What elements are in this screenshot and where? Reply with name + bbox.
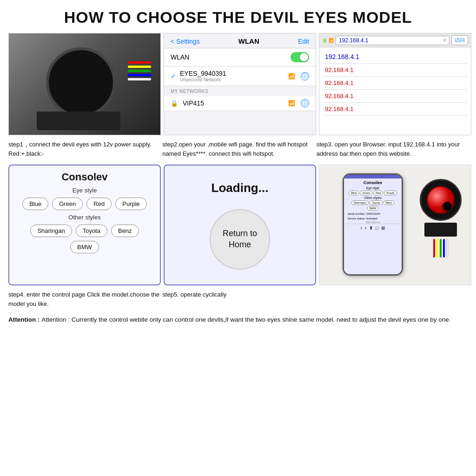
phone-nav-bar: ‹ › ⬆ □ ⊞ xyxy=(346,224,400,232)
devil-eye-pupil xyxy=(443,202,452,211)
phone-eye-style: Eye style xyxy=(346,186,400,190)
top-description-row: step1，connect the devil eyes with 12v po… xyxy=(8,140,468,158)
wifi-edit: Edit xyxy=(298,38,309,45)
step2-desc: step2.open your ,mobile wifi page. find … xyxy=(162,140,313,158)
wire-a-blue xyxy=(443,239,445,258)
lock-icon: 🔒 xyxy=(171,100,178,107)
btn-sharingan[interactable]: Sharingan xyxy=(30,225,72,237)
browser-content: 192.168.4.1 92.168.4.1 92.168.4.1 92.168… xyxy=(319,47,471,119)
eye-style-buttons: Blue Green Red Purple xyxy=(16,198,153,210)
nav-bookmark: □ xyxy=(376,225,378,231)
devil-device-wires xyxy=(420,239,462,258)
wifi-toggle-row: WLAN xyxy=(164,48,316,66)
nav-forward: › xyxy=(365,225,366,231)
devil-eye-red xyxy=(427,186,455,214)
empty-cell xyxy=(317,290,468,308)
wifi-header: < Settings WLAN Edit xyxy=(164,33,316,48)
devil-device-base xyxy=(424,223,457,237)
phone-btn-toyota: Toyota xyxy=(370,200,383,205)
device-photo xyxy=(8,33,161,135)
top-image-row: < Settings WLAN Edit WLAN ✓ EYES_9940391… xyxy=(8,33,468,135)
phone-other-btns: Sharingan Toyota Benz BMW xyxy=(346,200,400,211)
check-icon: ✓ xyxy=(171,73,176,80)
phone-other-styles: Other styles xyxy=(346,196,400,199)
phone-eye-btns: Blue Green Red Purple xyxy=(346,191,400,195)
device-base xyxy=(37,112,120,130)
wire-red xyxy=(128,61,151,64)
loading-text: Loading... xyxy=(212,181,269,195)
btn-green[interactable]: Green xyxy=(52,198,83,210)
phone-btn-blue: Blue xyxy=(349,191,359,195)
ip-address-2: 92.168.4.1 xyxy=(323,64,467,77)
phone-serial: serial number: 228373044 xyxy=(346,212,400,215)
clear-icon: ✕ xyxy=(443,38,446,43)
address-text: 192.168.4.1 xyxy=(339,37,368,44)
browser-top-bar: 🔋 📶 192.168.4.1 ✕ 访问 xyxy=(319,33,471,47)
step3-desc: step3. open your Browser. input 192.168.… xyxy=(317,140,468,158)
phone-screen: Consolev Eye style Blue Green Red Purple… xyxy=(344,175,402,274)
ip-address-1: 192.168.4.1 xyxy=(323,50,467,64)
consolev-title: Consolev xyxy=(16,171,153,183)
wire-white xyxy=(128,78,151,80)
ip-address-4: 92.168.4.1 xyxy=(323,90,467,103)
network-name: EYES_9940391 Unsecured Network xyxy=(180,70,284,82)
status-icons: 🔋 📶 xyxy=(322,38,334,43)
return-to-home-button[interactable]: Return toHome xyxy=(210,209,270,270)
network-sub: Unsecured Network xyxy=(180,77,284,82)
loading-box: Loading... Return toHome xyxy=(164,165,316,285)
phone-btn-benz: Benz xyxy=(383,200,395,205)
wire-a-white xyxy=(446,239,448,258)
wifi-signal-icon: 📶 xyxy=(288,73,295,79)
device-circle xyxy=(46,47,116,117)
wire-green xyxy=(128,70,151,72)
wifi-screenshot: < Settings WLAN Edit WLAN ✓ EYES_9940391… xyxy=(164,33,316,135)
wire-yellow xyxy=(128,66,151,68)
phone-btn-red: Red xyxy=(373,191,383,195)
page-title: HOW TO CHOOSE THE DEVIL EYES MODEL xyxy=(8,8,468,26)
btn-red[interactable]: Red xyxy=(86,198,112,210)
bottom-image-row: Consolev Eye style Blue Green Red Purple… xyxy=(8,165,468,285)
btn-toyota[interactable]: Toyota xyxy=(76,225,107,237)
phone-device-photo: Consolev Eye style Blue Green Red Purple… xyxy=(319,165,471,285)
wifi-toggle xyxy=(291,52,309,62)
btn-benz[interactable]: Benz xyxy=(111,225,139,237)
vip-network-name: VIP415 xyxy=(183,99,284,107)
other-styles-label: Other styles xyxy=(16,214,153,221)
vip-network-row: 🔒 VIP415 📶 ⓘ xyxy=(164,96,316,111)
ip-address-5: 92.168.4.1 xyxy=(323,103,467,116)
devil-eye-outer xyxy=(420,179,462,221)
battery-icon: 🔋 xyxy=(322,38,327,43)
device-wires xyxy=(128,61,151,80)
visit-button[interactable]: 访问 xyxy=(451,35,468,45)
step5-desc: step5. operate cyclically xyxy=(162,290,313,308)
phone-btn-purple: Purple xyxy=(384,191,397,195)
btn-purple[interactable]: Purple xyxy=(115,198,147,210)
my-networks-header: MY NETWORKS xyxy=(164,86,316,96)
attention-note: Attention : Attention : Currently the co… xyxy=(8,315,468,325)
info-icon: ⓘ xyxy=(301,72,309,80)
phone-btn-green: Green xyxy=(360,191,372,195)
wire-a-green xyxy=(440,239,442,258)
browser-screenshot: 🔋 📶 192.168.4.1 ✕ 访问 192.168.4.1 92.168.… xyxy=(319,33,471,135)
btn-bmw[interactable]: BMW xyxy=(70,241,99,253)
wire-a-red xyxy=(433,239,435,258)
wifi-network-connected: ✓ EYES_9940391 Unsecured Network 📶 ⓘ xyxy=(164,66,316,86)
vip-info-icon: ⓘ xyxy=(301,99,309,107)
wifi-title: WLAN xyxy=(238,37,259,45)
ip-address-3: 92.168.4.1 xyxy=(323,77,467,90)
nav-back: ‹ xyxy=(361,225,362,231)
btn-blue[interactable]: Blue xyxy=(22,198,48,210)
signal-icon: 📶 xyxy=(329,38,334,43)
phone-mock: Consolev Eye style Blue Green Red Purple… xyxy=(343,173,403,276)
settings-back: < Settings xyxy=(171,38,200,45)
consolev-box: Consolev Eye style Blue Green Red Purple… xyxy=(8,165,161,285)
nav-share: ⬆ xyxy=(369,225,373,231)
phone-consolev-title: Consolev xyxy=(346,180,400,185)
vip-wifi-signal-icon: 📶 xyxy=(288,100,295,106)
phone-btn-sharingan: Sharingan xyxy=(351,200,369,205)
other-style-buttons: Sharingan Toyota Benz BMW xyxy=(16,225,153,253)
bottom-description-row: step4. enter the control page Click the … xyxy=(8,290,468,308)
wire-blue xyxy=(128,74,151,76)
devil-eye-device xyxy=(420,179,462,258)
eye-style-label: Eye style xyxy=(16,187,153,194)
